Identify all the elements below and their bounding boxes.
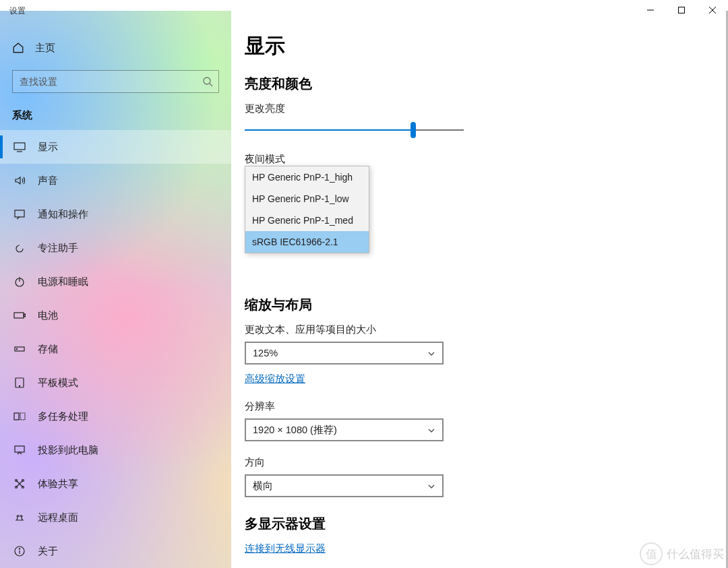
- chevron-down-icon: [427, 349, 435, 357]
- sidebar-item-multitasking[interactable]: 多任务处理: [0, 400, 231, 433]
- scale-value: 125%: [253, 348, 278, 358]
- notifications-icon: [13, 208, 26, 220]
- color-profile-dropdown-popup[interactable]: HP Generic PnP-1_highHP Generic PnP-1_lo…: [245, 166, 369, 253]
- orientation-value: 横向: [253, 480, 273, 493]
- svg-line-5: [210, 84, 212, 86]
- maximize-icon: [678, 7, 685, 13]
- window-title: 设置: [9, 5, 26, 17]
- sidebar-item-label: 平板模式: [38, 377, 78, 389]
- sidebar-item-label: 投影到此电脑: [38, 444, 98, 457]
- sidebar-item-projecting[interactable]: 投影到此电脑: [0, 433, 231, 467]
- storage-icon: [13, 343, 26, 355]
- sidebar-item-about[interactable]: 关于: [0, 534, 231, 568]
- search-box[interactable]: [12, 70, 219, 93]
- window-controls: [635, 0, 728, 20]
- titlebar: 设置: [0, 0, 728, 11]
- display-icon: [13, 141, 26, 153]
- focus-assist-icon: [13, 242, 26, 254]
- svg-rect-12: [24, 314, 26, 317]
- window-body: 主页 系统 显示 声音 通知和操作: [0, 11, 728, 568]
- svg-point-26: [19, 548, 20, 549]
- sidebar-item-label: 关于: [38, 545, 58, 558]
- scale-label: 更改文本、应用等项目的大小: [245, 323, 728, 336]
- sidebar-item-remote-desktop[interactable]: 远程桌面: [0, 501, 231, 534]
- sidebar-item-label: 显示: [38, 141, 58, 154]
- sidebar-nav: 显示 声音 通知和操作 专注助手 电源和睡眠: [0, 130, 231, 568]
- power-icon: [13, 276, 26, 288]
- svg-point-4: [204, 77, 210, 84]
- sidebar-item-label: 多任务处理: [38, 410, 88, 423]
- svg-rect-18: [20, 413, 25, 420]
- chevron-down-icon: [427, 426, 435, 434]
- sidebar-item-display[interactable]: 显示: [0, 130, 231, 164]
- tablet-icon: [13, 377, 26, 389]
- resolution-combobox[interactable]: 1920 × 1080 (推荐): [245, 418, 444, 441]
- sidebar-item-label: 远程桌面: [38, 511, 78, 524]
- sidebar-item-label: 声音: [38, 175, 58, 187]
- section-brightness-color: 亮度和颜色: [245, 75, 728, 93]
- projecting-icon: [13, 444, 26, 456]
- sidebar: 主页 系统 显示 声音 通知和操作: [0, 11, 231, 568]
- connect-wireless-display-link[interactable]: 连接到无线显示器: [245, 542, 326, 554]
- svg-rect-17: [14, 413, 19, 420]
- sidebar-item-storage[interactable]: 存储: [0, 332, 231, 366]
- scale-combobox[interactable]: 125%: [245, 342, 444, 365]
- color-profile-option[interactable]: HP Generic PnP-1_high: [245, 166, 369, 188]
- brightness-label: 更改亮度: [245, 102, 728, 115]
- shared-experiences-icon: [13, 478, 26, 490]
- advanced-scaling-link[interactable]: 高级缩放设置: [245, 373, 305, 384]
- scale-block: 更改文本、应用等项目的大小 125% 高级缩放设置: [245, 323, 728, 385]
- svg-rect-8: [15, 210, 24, 217]
- settings-window: 设置 主页: [0, 0, 728, 568]
- home-label: 主页: [35, 42, 55, 55]
- minimize-button[interactable]: [635, 0, 666, 20]
- sidebar-group-label: 系统: [0, 105, 231, 130]
- night-mode-block: 夜间模式 HP Generic PnP-1_highHP Generic PnP…: [245, 153, 728, 195]
- home-button[interactable]: 主页: [0, 34, 231, 62]
- svg-point-16: [19, 385, 20, 386]
- color-profile-option[interactable]: HP Generic PnP-1_med: [245, 210, 369, 231]
- about-icon: [13, 545, 26, 557]
- maximize-button[interactable]: [666, 0, 697, 20]
- night-mode-label: 夜间模式: [245, 153, 728, 166]
- sidebar-item-label: 通知和操作: [38, 208, 88, 221]
- remote-desktop-icon: [13, 511, 26, 524]
- color-profile-option[interactable]: sRGB IEC61966-2.1: [245, 231, 369, 253]
- chevron-down-icon: [427, 482, 435, 490]
- svg-rect-1: [679, 7, 685, 13]
- svg-rect-6: [14, 143, 25, 150]
- sidebar-item-sound[interactable]: 声音: [0, 164, 231, 197]
- sidebar-item-label: 体验共享: [38, 478, 78, 491]
- section-scale-layout: 缩放与布局: [245, 296, 728, 314]
- sidebar-item-notifications[interactable]: 通知和操作: [0, 197, 231, 231]
- sidebar-item-label: 电池: [38, 309, 58, 322]
- home-icon: [12, 42, 24, 54]
- minimize-icon: [647, 7, 654, 13]
- close-button[interactable]: [697, 0, 728, 20]
- color-profile-option[interactable]: HP Generic PnP-1_low: [245, 188, 369, 210]
- sidebar-item-label: 电源和睡眠: [38, 276, 88, 288]
- battery-icon: [13, 309, 26, 321]
- svg-rect-19: [15, 446, 24, 452]
- main-content: 显示 亮度和颜色 更改亮度 夜间模式 HP Generic PnP-1_high…: [231, 11, 728, 568]
- sidebar-item-power-sleep[interactable]: 电源和睡眠: [0, 265, 231, 298]
- brightness-block: 更改亮度: [245, 102, 728, 138]
- brightness-slider[interactable]: [245, 122, 464, 138]
- search-input[interactable]: [20, 76, 202, 87]
- sidebar-item-label: 存储: [38, 343, 58, 356]
- slider-thumb[interactable]: [411, 122, 416, 138]
- orientation-label: 方向: [245, 456, 728, 469]
- sound-icon: [13, 175, 26, 187]
- orientation-combobox[interactable]: 横向: [245, 474, 444, 497]
- sidebar-item-focus-assist[interactable]: 专注助手: [0, 231, 231, 265]
- sidebar-item-tablet-mode[interactable]: 平板模式: [0, 366, 231, 400]
- sidebar-item-shared-experiences[interactable]: 体验共享: [0, 467, 231, 501]
- resolution-label: 分辨率: [245, 400, 728, 413]
- sidebar-item-label: 专注助手: [38, 242, 78, 255]
- resolution-block: 分辨率 1920 × 1080 (推荐): [245, 400, 728, 441]
- resolution-value: 1920 × 1080 (推荐): [253, 424, 337, 437]
- slider-fill: [245, 129, 413, 131]
- sidebar-item-battery[interactable]: 电池: [0, 298, 231, 332]
- close-icon: [709, 7, 716, 13]
- multitasking-icon: [13, 410, 26, 422]
